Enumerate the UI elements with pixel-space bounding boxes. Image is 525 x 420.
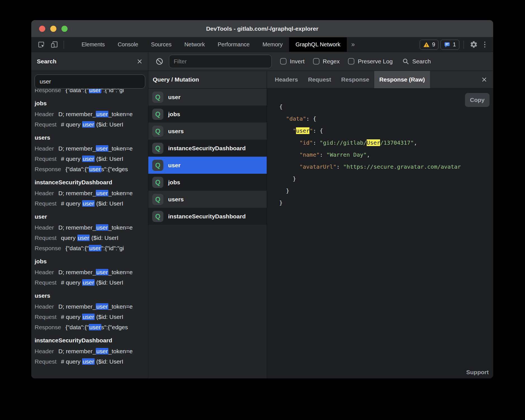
support-link[interactable]: Support — [466, 369, 489, 376]
query-list-item-user[interactable]: Quser — [148, 157, 267, 174]
devtools-toolbar: ElementsConsoleSourcesNetworkPerformance… — [31, 37, 493, 52]
query-list-item-jobs[interactable]: Qjobs — [148, 174, 267, 191]
result-text: {"data":{" — [66, 166, 89, 172]
result-text: D; remember_ — [58, 224, 96, 231]
details-tab-request[interactable]: Request — [303, 71, 336, 88]
search-result-row[interactable]: Request# query user ($id: UserI — [35, 154, 148, 164]
search-result-row[interactable]: Request# query user ($id: UserI — [35, 356, 148, 367]
search-result-group-title: users — [35, 290, 148, 301]
search-panel-title: Search — [37, 58, 56, 65]
result-text: _token=e — [108, 190, 133, 196]
clear-requests-icon[interactable] — [154, 58, 165, 65]
search-result-row[interactable]: HeaderD; remember_user_token=e — [35, 346, 148, 356]
device-toolbar-icon[interactable] — [49, 41, 60, 48]
search-result-row[interactable]: Request# query user ($id: UserI — [35, 119, 148, 130]
query-list-item-label: user — [168, 94, 180, 101]
tab-memory[interactable]: Memory — [256, 37, 289, 52]
json-token-p: } — [279, 199, 283, 206]
query-list-item-users[interactable]: Qusers — [148, 191, 267, 208]
search-result-row[interactable]: Response{"data":{"users":{"edges — [35, 322, 148, 332]
network-split: Query / Mutation QuserQjobsQusersQinstan… — [148, 71, 493, 378]
result-kind-label: Request — [35, 358, 56, 365]
raw-json-viewer[interactable]: { "data": { "user": { "id": "gid://gitla… — [279, 101, 493, 362]
tab-elements[interactable]: Elements — [75, 37, 111, 52]
search-result-row[interactable]: Request# query user ($id: UserI — [35, 198, 148, 209]
search-result-row[interactable]: Requestquery user ($id: UserI — [35, 233, 148, 243]
result-text: D; remember_ — [58, 269, 96, 275]
settings-gear-icon[interactable] — [468, 40, 479, 49]
result-text: D; remember_ — [58, 145, 96, 152]
query-list-item-instanceSecurityDashboard[interactable]: QinstanceSecurityDashboard — [148, 208, 267, 225]
details-tab-headers[interactable]: Headers — [270, 71, 303, 88]
query-type-icon: Q — [152, 143, 163, 154]
toolbar-divider — [64, 40, 64, 49]
tab-sources[interactable]: Sources — [145, 37, 178, 52]
search-result-row[interactable]: HeaderD; remember_user_token=e — [35, 222, 148, 233]
window-title: DevTools - gitlab.com/-/graphql-explorer — [31, 25, 493, 32]
search-result-row[interactable]: HeaderD; remember_user_token=e — [35, 188, 148, 198]
filter-input[interactable] — [169, 55, 272, 68]
regex-label: Regex — [323, 58, 340, 65]
search-match-highlight: user — [96, 269, 108, 275]
details-close-icon[interactable] — [481, 77, 493, 82]
search-close-icon[interactable] — [137, 59, 142, 64]
search-result-row[interactable]: Response{"data":{"users":{"edges — [35, 164, 148, 174]
details-tab-response[interactable]: Response — [336, 71, 374, 88]
json-token-p: : — [313, 139, 319, 146]
json-token-s: "gid://gitlab/ — [320, 139, 367, 146]
search-match-highlight: user — [96, 111, 108, 117]
issues-badge[interactable]: 1 — [440, 40, 459, 50]
search-result-row[interactable]: Request# query user ($id: UserI — [35, 277, 148, 288]
network-area: Invert Regex Preserve Log Search Query /… — [148, 52, 493, 378]
search-match-highlight: user — [82, 358, 95, 365]
search-result-row[interactable]: HeaderD; remember_user_token=e — [35, 143, 148, 154]
search-toggle-label: Search — [412, 58, 431, 65]
invert-label: Invert — [290, 58, 305, 65]
json-token-k: "name" — [299, 151, 319, 158]
tab-performance[interactable]: Performance — [211, 37, 256, 52]
more-tabs-chevron[interactable]: » — [347, 41, 359, 48]
query-list-item-users[interactable]: Qusers — [148, 123, 267, 140]
preserve-log-checkbox[interactable] — [348, 58, 354, 65]
result-text: ($id: UserI — [90, 235, 118, 241]
search-match-highlight: user — [77, 235, 90, 241]
result-kind-label: Request — [35, 235, 56, 241]
search-result-row[interactable]: HeaderD; remember_user_token=e — [35, 301, 148, 312]
result-kind-label: Header — [35, 303, 54, 310]
result-text: # query — [61, 314, 82, 320]
json-token-p: : — [337, 163, 343, 170]
warnings-badge[interactable]: 9 — [420, 40, 438, 50]
result-text: {"data":{" — [66, 89, 89, 93]
json-line: "name": "Warren Day", — [279, 149, 493, 161]
query-type-icon: Q — [152, 126, 163, 137]
result-text: # query — [61, 200, 82, 207]
tab-network[interactable]: Network — [178, 37, 211, 52]
inspect-element-icon[interactable] — [36, 41, 47, 48]
search-toggle[interactable]: Search — [402, 58, 431, 65]
invert-checkbox[interactable] — [280, 58, 287, 65]
search-input[interactable] — [35, 75, 145, 89]
query-list-item-jobs[interactable]: Qjobs — [148, 106, 267, 123]
details-tab-bar: HeadersRequestResponseResponse (Raw) — [267, 71, 493, 89]
search-result-row[interactable]: Response{"data":{"user":{"id":"gi — [35, 89, 148, 95]
search-result-row[interactable]: HeaderD; remember_user_token=e — [35, 109, 148, 119]
query-list-item-instanceSecurityDashboard[interactable]: QinstanceSecurityDashboard — [148, 140, 267, 157]
more-options-kebab-icon[interactable] — [481, 42, 488, 48]
result-kind-label: Response — [35, 245, 61, 251]
tab-console[interactable]: Console — [111, 37, 144, 52]
search-match-highlight: user — [89, 245, 101, 251]
search-result-row[interactable]: HeaderD; remember_user_token=e — [35, 267, 148, 277]
search-result-row[interactable]: Request# query user ($id: UserI — [35, 312, 148, 322]
result-text: _token=e — [108, 348, 133, 354]
devtools-window: DevTools - gitlab.com/-/graphql-explorer… — [31, 20, 493, 378]
result-text: D; remember_ — [58, 190, 96, 196]
details-tab-response-raw[interactable]: Response (Raw) — [374, 71, 430, 88]
regex-checkbox[interactable] — [313, 58, 319, 65]
warning-count: 9 — [432, 41, 435, 48]
search-result-group-title: jobs — [35, 98, 148, 108]
search-panel: Search Response{"data":{"user":{"id":"gi… — [31, 52, 148, 378]
search-result-row[interactable]: Response{"data":{"user":{"id":"gi — [35, 243, 148, 253]
tab-graphql-network[interactable]: GraphQL Network — [289, 37, 347, 52]
query-list-item-user[interactable]: Quser — [148, 89, 267, 106]
query-type-icon: Q — [152, 194, 163, 205]
